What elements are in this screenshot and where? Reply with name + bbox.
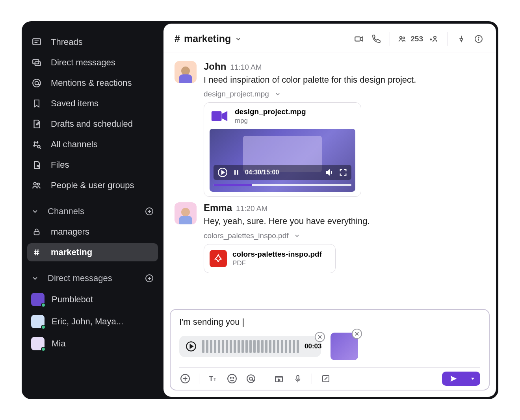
- dm-label: Eric, John, Maya...: [52, 316, 123, 327]
- svg-point-37: [478, 37, 479, 38]
- channel-managers[interactable]: managers: [27, 223, 158, 241]
- send-options-button[interactable]: [465, 372, 480, 386]
- dm-pumblebot[interactable]: Pumblebot: [27, 290, 158, 309]
- svg-point-15: [33, 182, 36, 185]
- video-attachment[interactable]: design_project.mpg mpg 04:30/15:00: [204, 102, 361, 197]
- channel-marketing[interactable]: marketing: [27, 243, 158, 261]
- svg-marker-41: [222, 171, 225, 174]
- message-author[interactable]: Emma: [204, 202, 232, 213]
- video-call-button[interactable]: [353, 33, 365, 45]
- chevron-down-icon: [31, 207, 39, 215]
- threads-icon: [31, 37, 42, 47]
- attachment-label[interactable]: colors_palettes_inspo.pdf: [204, 231, 485, 240]
- file-name: colors-palettes-inspo.pdf: [232, 250, 322, 259]
- svg-rect-43: [237, 170, 238, 175]
- dm-label: Pumblebot: [52, 294, 93, 305]
- svg-rect-42: [234, 170, 236, 175]
- channel-name: marketing: [184, 33, 231, 44]
- avatar[interactable]: [175, 202, 197, 224]
- audio-duration: 00:03: [305, 342, 321, 350]
- video-progress[interactable]: [214, 184, 351, 186]
- nav-all-channels[interactable]: All channels: [27, 135, 158, 154]
- channel-title-button[interactable]: # marketing: [175, 33, 242, 44]
- svg-rect-64: [297, 375, 299, 379]
- message-author[interactable]: John: [204, 61, 226, 72]
- dm-section-header[interactable]: Direct messages: [27, 269, 158, 287]
- channels-section-header[interactable]: Channels: [27, 202, 158, 220]
- send-button[interactable]: [442, 372, 480, 386]
- chevron-down-icon: [235, 35, 242, 43]
- member-count-button[interactable]: 253: [397, 35, 423, 43]
- video-preview[interactable]: 04:30/15:00: [210, 129, 355, 192]
- nav-label: All channels: [51, 139, 98, 150]
- svg-marker-44: [326, 170, 330, 175]
- svg-line-23: [35, 249, 36, 255]
- avatar: [31, 293, 45, 306]
- svg-rect-0: [33, 39, 41, 44]
- nav-people[interactable]: People & user groups: [27, 176, 158, 194]
- svg-point-11: [37, 145, 40, 148]
- svg-marker-67: [451, 376, 457, 381]
- section-label: Channels: [48, 206, 84, 216]
- dm-mia[interactable]: Mia: [27, 334, 158, 353]
- play-icon[interactable]: [217, 167, 228, 178]
- remove-image-button[interactable]: [352, 329, 362, 339]
- file-ext: mpg: [235, 117, 306, 125]
- svg-point-58: [233, 377, 234, 378]
- audio-record-button[interactable]: [292, 373, 304, 385]
- svg-rect-38: [212, 111, 222, 122]
- remove-audio-button[interactable]: [315, 332, 325, 342]
- volume-icon[interactable]: [325, 168, 334, 177]
- attach-button[interactable]: [179, 373, 191, 385]
- nav-label: Mentions & reactions: [51, 78, 132, 88]
- nav-threads[interactable]: Threads: [27, 33, 158, 51]
- svg-point-30: [400, 36, 402, 39]
- attachment-label[interactable]: design_project.mpg: [204, 90, 485, 98]
- add-people-button[interactable]: [428, 33, 440, 45]
- format-button[interactable]: TT: [207, 373, 219, 385]
- svg-point-31: [403, 37, 405, 39]
- nav-direct-messages[interactable]: Direct messages: [27, 54, 158, 72]
- draft-icon: [31, 119, 42, 129]
- file-name: design_project.mpg: [235, 107, 306, 116]
- svg-point-59: [247, 375, 255, 383]
- composer-input[interactable]: I'm sending you |: [179, 315, 480, 333]
- svg-point-13: [37, 165, 39, 167]
- nav-drafts[interactable]: Drafts and scheduled: [27, 115, 158, 133]
- section-label: Direct messages: [48, 273, 112, 283]
- svg-marker-68: [471, 377, 474, 379]
- bookmark-icon: [31, 98, 42, 109]
- add-channel-button[interactable]: [145, 207, 154, 216]
- pause-icon[interactable]: [232, 168, 240, 176]
- add-dm-button[interactable]: [145, 274, 154, 283]
- image-attachment-chip[interactable]: [331, 333, 358, 360]
- pdf-attachment[interactable]: colors-palettes-inspo.pdf PDF: [204, 244, 336, 273]
- play-icon[interactable]: [186, 341, 197, 352]
- nav-mentions[interactable]: Mentions & reactions: [27, 74, 158, 92]
- channel-header: # marketing 253: [163, 24, 496, 52]
- svg-point-16: [37, 183, 39, 185]
- svg-line-12: [40, 148, 41, 148]
- chevron-down-icon: [294, 233, 300, 239]
- mention-button[interactable]: [245, 373, 257, 385]
- emoji-button[interactable]: [226, 373, 238, 385]
- avatar[interactable]: [175, 61, 197, 83]
- pin-button[interactable]: [455, 33, 468, 45]
- svg-point-32: [434, 36, 436, 39]
- video-record-button[interactable]: [273, 373, 285, 385]
- info-button[interactable]: [472, 33, 485, 45]
- main-panel: # marketing 253: [163, 24, 496, 397]
- voice-call-button[interactable]: [370, 33, 383, 45]
- fullscreen-icon[interactable]: [339, 168, 347, 177]
- nav-saved[interactable]: Saved items: [27, 94, 158, 113]
- edit-button[interactable]: [320, 373, 332, 385]
- file-icon: [31, 160, 42, 170]
- hash-prefix: #: [175, 33, 180, 44]
- avatar: [31, 337, 45, 350]
- audio-attachment-chip[interactable]: 00:03: [179, 336, 321, 357]
- dm-group[interactable]: Eric, John, Maya...: [27, 312, 158, 331]
- svg-marker-63: [279, 379, 280, 381]
- lock-icon: [31, 228, 42, 236]
- nav-files[interactable]: Files: [27, 156, 158, 174]
- svg-marker-46: [190, 344, 193, 348]
